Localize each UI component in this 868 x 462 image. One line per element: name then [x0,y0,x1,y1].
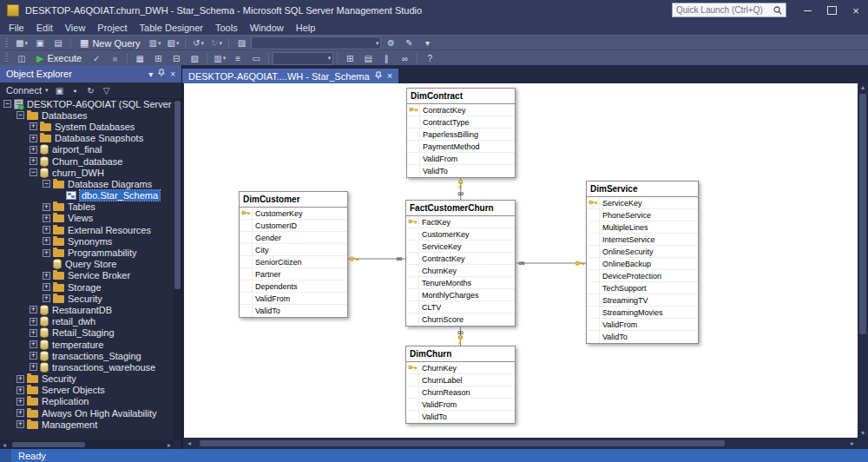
menu-window[interactable]: Window [244,21,290,35]
tree-item-retail-dwh[interactable]: +retail_dwh [0,316,174,327]
execute-button[interactable]: ▶Execute [31,51,87,65]
scroll-down-icon[interactable]: ▾ [858,429,868,438]
refresh-icon[interactable]: ↻ [84,84,98,97]
undo-icon[interactable]: ↺▾ [189,36,207,50]
scroll-right-icon[interactable]: ▸ [165,441,174,449]
tree-item-database-snapshots[interactable]: +Database Snapshots [0,133,174,144]
search-combo[interactable]: ▾ [251,36,381,50]
expand-icon[interactable]: + [30,340,37,348]
close-button[interactable]: × [844,0,868,21]
quick-launch-input[interactable] [673,5,773,15]
expand-icon[interactable]: + [30,329,37,337]
arrange-tables-icon[interactable]: ⊞ [341,51,358,65]
expand-icon[interactable]: + [43,237,50,245]
expand-icon[interactable]: + [30,363,37,371]
tree-item-database-diagrams[interactable]: −Database Diagrams [0,178,174,189]
diagram-table-factcustomerchurn[interactable]: FactCustomerChurnFactKeyCustomerKeyServi… [405,200,516,327]
filter-icon[interactable]: ▽ [100,84,114,97]
tree-item-transactions-staging[interactable]: +transactions_Staging [0,350,174,361]
expand-icon[interactable]: + [16,375,24,383]
tree-item-security[interactable]: +Security [0,293,174,304]
tree-item-transactions-warehouse[interactable]: +transactions_warehouse [0,361,174,373]
scrollbar-thumb[interactable] [12,442,85,447]
new-table-icon[interactable]: ▦ [131,51,148,65]
tree-item-storage[interactable]: +Storage [0,281,174,293]
tree-item-programmability[interactable]: +Programmability [0,247,174,258]
register-server-icon[interactable]: ▣ [53,84,67,97]
tree-item-views[interactable]: +Views [0,213,174,224]
expand-icon[interactable]: + [30,146,37,154]
new-database-engine-query-icon[interactable]: ▥▾ [146,36,163,50]
help-icon[interactable]: ? [421,51,438,65]
open-file-icon[interactable]: ▣ [31,36,49,50]
open-recent-icon[interactable]: ▧▾ [164,36,181,50]
scroll-right-icon[interactable]: ▸ [847,439,858,447]
window-position-icon[interactable]: ▾ [148,69,153,79]
menu-help[interactable]: Help [290,21,322,35]
panel-close-icon[interactable]: × [170,69,175,79]
tree-item-airport-final[interactable]: +airport_final [0,144,174,155]
expand-icon[interactable]: + [30,122,37,130]
quick-launch[interactable] [672,3,786,17]
tree-item-server-objects[interactable]: +Server Objects [0,385,174,396]
expand-icon[interactable]: + [30,157,37,165]
tree-item-service-broker[interactable]: +Service Broker [0,270,174,281]
tree-item-replication[interactable]: +Replication [0,396,174,407]
expand-icon[interactable]: + [16,398,24,406]
diagram-table-dimcontract[interactable]: DimContractContractKeyContractTypePaperl… [406,88,516,178]
maximize-button[interactable] [819,0,844,21]
diagram-table-dimcustomer[interactable]: DimCustomerCustomerKeyCustomerIDGenderCi… [239,191,348,318]
view-page-breaks-icon[interactable]: ▭ [247,51,265,65]
expand-icon[interactable]: + [43,226,50,234]
tree-item-churn-dwh[interactable]: −churn_DWH [0,167,174,178]
manage-relationships-icon[interactable]: ∞ [396,51,413,65]
tree-item-desktop-a6qoiat-sql-server-16-0-117[interactable]: −DESKTOP-A6QOIAT (SQL Server 16.0.117... [0,98,174,109]
object-explorer-horizontal-scrollbar[interactable]: ◂ ▸ [0,440,174,449]
tree-item-retail-staging[interactable]: +Retail_Staging [0,327,174,339]
diagram-canvas[interactable]: DimContractContractKeyContractTypePaperl… [184,83,858,438]
expand-icon[interactable]: + [30,306,37,314]
menu-project[interactable]: Project [91,21,133,35]
tab-close-icon[interactable]: × [387,71,392,81]
tree-item-system-databases[interactable]: +System Databases [0,121,174,132]
menu-tools[interactable]: Tools [209,21,244,35]
tree-item-management[interactable]: +Management [0,419,174,430]
new-item-icon[interactable]: ▩▾ [13,36,30,50]
tree-item-security[interactable]: +Security [0,373,174,385]
menu-table-designer[interactable]: Table Designer [134,21,209,35]
cancel-query-icon[interactable]: ■ [106,51,123,65]
tab-pin-icon[interactable] [375,71,382,82]
menu-view[interactable]: View [59,21,92,35]
expand-icon[interactable]: + [43,294,50,302]
add-related-tables-icon[interactable]: ▧ [186,51,203,65]
properties-icon[interactable]: ⚙ [382,36,399,50]
tree-item-temperature[interactable]: +temperature [0,339,174,350]
collapse-icon[interactable]: − [16,111,24,119]
add-table-icon[interactable]: ⊞ [149,51,167,65]
scroll-left-icon[interactable]: ◂ [184,439,194,447]
expand-icon[interactable]: + [43,249,50,257]
scroll-up-icon[interactable]: ▴ [858,83,868,92]
show-relationship-labels-icon[interactable]: ≡ [229,51,247,65]
toolbar-overflow-icon[interactable]: ▾ [418,36,436,50]
tree-item-restaurantdb[interactable]: +RestaurantDB [0,304,174,315]
minimize-button[interactable] [795,0,819,21]
diagram-horizontal-scrollbar[interactable]: ◂ ▸ [184,438,858,449]
tree-item-databases[interactable]: −Databases [0,109,174,121]
expand-icon[interactable]: + [30,318,37,326]
disconnect-icon[interactable]: ▪ [69,84,82,97]
expand-icon[interactable]: + [30,135,37,142]
edit-icon[interactable]: ✎ [400,36,418,50]
remove-table-icon[interactable]: ⊟ [168,51,185,65]
tree-item-churn-database[interactable]: +Churn_database [0,155,174,167]
expand-icon[interactable]: + [16,420,24,428]
collapse-icon[interactable]: − [30,168,37,176]
expand-icon[interactable]: + [43,272,50,280]
align-tables-icon[interactable]: ∥ [378,51,395,65]
table-view-icon[interactable]: ▥▾ [211,51,228,65]
save-icon[interactable]: ▤ [49,36,67,50]
menu-file[interactable]: File [3,21,30,35]
expand-icon[interactable]: + [30,352,37,360]
tab-star-schema[interactable]: DESKTOP-A6QOIAT....WH - Star_Schema × [182,69,398,83]
expand-icon[interactable]: + [43,283,50,291]
